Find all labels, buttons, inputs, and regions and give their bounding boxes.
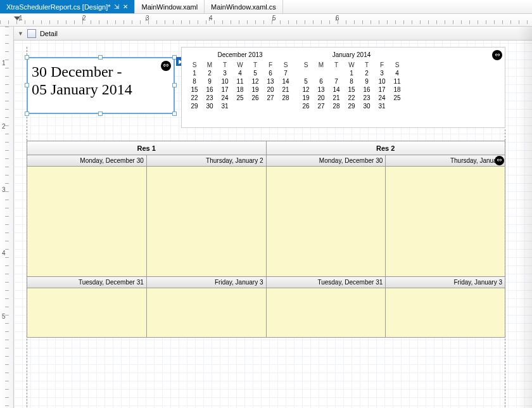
mini-calendar-jan: January 2014 SMTWTFS12345678910111213141… <box>298 50 405 125</box>
calendar-title: January 2014 <box>298 50 405 61</box>
calendar-title: December 2013 <box>187 50 293 61</box>
calendar-grid: SMTWTFS123456789101112131415161718192021… <box>187 61 293 110</box>
detail-band-icon <box>27 29 36 38</box>
day-header: Monday, December 30 <box>27 155 147 167</box>
tab-label: MainWindow.xaml <box>141 3 198 11</box>
day-cell[interactable] <box>146 167 266 277</box>
resize-handle[interactable] <box>25 55 29 60</box>
resource-header: Res 2 <box>266 141 505 155</box>
day-cell[interactable] <box>27 167 147 277</box>
day-header-row: Tuesday, December 31Friday, January 3Tue… <box>27 277 505 288</box>
calendar-grid: SMTWTFS123456789101112131415161718192021… <box>298 61 405 110</box>
resize-handle[interactable] <box>98 112 103 116</box>
link-icon[interactable] <box>161 61 171 71</box>
resize-handle[interactable] <box>172 83 177 87</box>
day-header: Tuesday, December 31 <box>266 277 386 288</box>
title-line2: 05 January 2014 <box>32 81 170 99</box>
tab-label: XtraSchedulerReport.cs [Design]* <box>6 3 110 11</box>
resize-handle[interactable] <box>172 112 177 116</box>
day-header: Friday, January 3 <box>386 277 505 288</box>
mini-calendar-dec: December 2013 SMTWTFS1234567891011121314… <box>187 50 293 125</box>
resize-handle[interactable] <box>25 112 29 116</box>
vertical-ruler: 12345 <box>0 27 14 408</box>
title-line1: 30 December - <box>32 63 170 81</box>
day-header: Monday, December 30 <box>266 155 386 167</box>
collapse-icon[interactable]: ▼ <box>18 30 23 37</box>
day-header: Friday, January 3 <box>146 277 266 288</box>
day-header: Tuesday, December 31 <box>27 277 147 288</box>
calendar-control[interactable]: December 2013 SMTWTFS1234567891011121314… <box>181 47 505 128</box>
day-header: Thursday, January <box>386 155 505 167</box>
day-header: Thursday, January 2 <box>146 155 266 167</box>
tab-mainwindow-xaml-cs[interactable]: MainWindow.xaml.cs <box>205 0 283 13</box>
day-cell[interactable] <box>386 167 505 277</box>
tab-mainwindow-xaml[interactable]: MainWindow.xaml <box>135 0 205 13</box>
close-icon[interactable]: ✕ <box>123 3 128 10</box>
resource-header: Res 1 <box>27 141 267 155</box>
resize-handle[interactable] <box>25 83 29 87</box>
link-icon[interactable] <box>495 156 504 165</box>
day-cell[interactable] <box>386 288 505 338</box>
link-icon[interactable] <box>492 50 502 60</box>
band-label: Detail <box>40 30 58 37</box>
tab-label: MainWindow.xaml.cs <box>211 3 276 11</box>
resize-handle[interactable] <box>98 55 103 60</box>
day-cell[interactable] <box>266 167 386 277</box>
design-surface[interactable]: ▼ Detail 30 December - 05 January 2014 <box>14 27 532 408</box>
detail-band-header[interactable]: ▼ Detail <box>14 27 532 41</box>
horizontal-ruler: 123456 <box>0 14 532 27</box>
day-header-row: Monday, December 30Thursday, January 2Mo… <box>27 155 505 167</box>
schedule-control[interactable]: Res 1 Res 2 Monday, December 30Thursday,… <box>27 141 505 338</box>
day-cell[interactable] <box>146 288 266 338</box>
document-tabs: XtraSchedulerReport.cs [Design]* ⇲ ✕ Mai… <box>0 0 532 14</box>
time-interval-control[interactable]: 30 December - 05 January 2014 ▶ <box>27 57 175 114</box>
day-cell[interactable] <box>266 288 386 338</box>
pin-icon[interactable]: ⇲ <box>114 3 119 10</box>
day-cell[interactable] <box>27 288 147 338</box>
tab-xtraschedulerreport[interactable]: XtraSchedulerReport.cs [Design]* ⇲ ✕ <box>0 0 135 13</box>
